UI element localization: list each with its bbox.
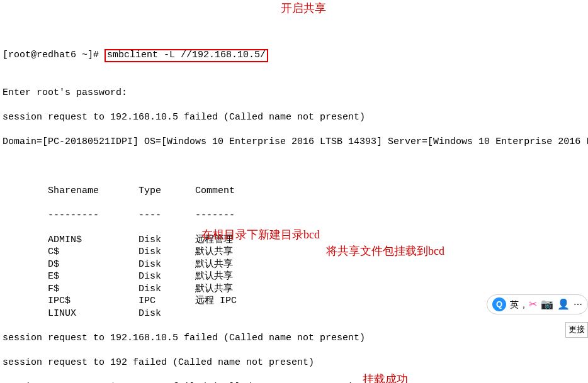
ann-mount: 将共享文件包挂载到bcd bbox=[326, 244, 444, 258]
ann-success: 挂载成功 bbox=[363, 372, 408, 383]
line: session request to *SMBSERVER failed (Ca… bbox=[0, 381, 588, 384]
prompt: [root@redhat6 ~]# bbox=[3, 50, 105, 60]
share-header: Sharename Type Comment bbox=[0, 185, 588, 197]
person-icon[interactable]: 👤 bbox=[557, 298, 570, 311]
line: session request to 192.168.10.5 failed (… bbox=[0, 111, 588, 124]
chevron-icon[interactable]: , bbox=[523, 299, 525, 310]
ime-lang[interactable]: 英 bbox=[510, 299, 519, 310]
ann-share: 开启共享 bbox=[281, 1, 326, 16]
dots-icon[interactable]: ⋯ bbox=[574, 299, 582, 310]
ann-mkdir: 在根目录下新建目录bcd bbox=[201, 228, 320, 242]
share-dash: --------- ---- ------- bbox=[0, 209, 588, 222]
line bbox=[0, 160, 588, 173]
line: Enter root's password: bbox=[0, 87, 588, 99]
cmd-smbclient: smbclient -L //192.168.10.5/ bbox=[105, 49, 268, 62]
penguin-icon[interactable]: Q bbox=[492, 297, 506, 311]
update-button[interactable]: 更接 bbox=[565, 322, 588, 338]
scissors-icon[interactable]: ✂ bbox=[529, 298, 537, 311]
share-row: E$ Disk 默认共享 bbox=[0, 270, 588, 283]
line: Domain=[PC-20180521IDPI] OS=[Windows 10 … bbox=[0, 136, 588, 148]
share-row: D$ Disk 默认共享 bbox=[0, 258, 588, 271]
line: session request to 192.168.10.5 failed (… bbox=[0, 332, 588, 345]
line: [root@redhat6 ~]# smbclient -L //192.168… bbox=[0, 49, 588, 62]
line: session request to 192 failed (Called na… bbox=[0, 357, 588, 369]
ime-toolbar[interactable]: Q 英 , ✂ 📷 👤 ⋯ bbox=[487, 294, 588, 314]
camera-icon[interactable]: 📷 bbox=[541, 298, 553, 311]
share-row: C$ Disk 默认共享 bbox=[0, 246, 588, 258]
share-row: F$ Disk 默认共享 bbox=[0, 283, 588, 296]
